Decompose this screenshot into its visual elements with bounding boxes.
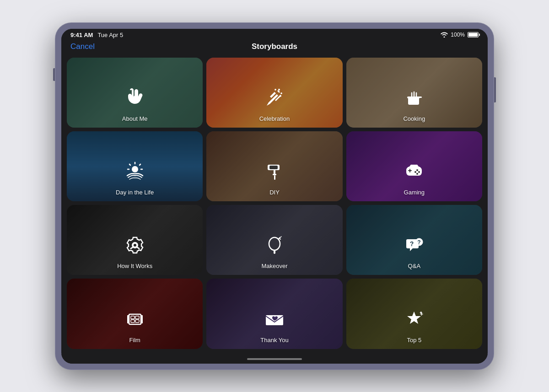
tablet-screen: 9:41 AM Tue Apr 5 100% Cancel Storyboard…	[61, 29, 488, 364]
qa-label: Q&A	[408, 263, 420, 269]
grid-item-celebration[interactable]: Celebration	[206, 58, 342, 128]
grid-item-thank-you[interactable]: Thank You	[206, 279, 342, 349]
day-life-label: Day in the Life	[116, 189, 154, 196]
power-button	[494, 77, 496, 102]
grid-item-qa[interactable]: ? ? Q&A	[346, 205, 482, 275]
battery-icon	[468, 32, 479, 38]
how-works-label: How It Works	[117, 263, 152, 269]
svg-text:?: ?	[418, 239, 421, 246]
mirror-icon	[263, 234, 286, 260]
envelope-heart-icon	[263, 308, 286, 334]
wifi-icon	[441, 32, 448, 38]
battery-fill	[468, 33, 478, 37]
svg-rect-29	[129, 314, 141, 324]
grid-item-diy[interactable]: DIY	[206, 131, 342, 201]
svg-line-11	[129, 164, 130, 165]
makeover-label: Makeover	[261, 263, 287, 269]
film-label: Film	[129, 337, 140, 344]
grid-item-about-me[interactable]: About Me	[67, 58, 203, 128]
nav-title: Storyboards	[252, 42, 297, 51]
gamepad-icon	[403, 160, 425, 186]
paint-roller-icon	[263, 160, 286, 186]
star-icon: + ✦	[403, 308, 425, 334]
gaming-label: Gaming	[404, 189, 425, 196]
status-bar: 9:41 AM Tue Apr 5 100%	[61, 29, 488, 40]
home-bar	[247, 358, 302, 360]
svg-line-9	[140, 164, 140, 165]
svg-rect-17	[274, 175, 275, 180]
cooking-icon	[403, 86, 425, 113]
storyboards-grid: About Me	[61, 55, 488, 354]
nav-bar: Cancel Storyboards	[61, 40, 488, 55]
svg-rect-31	[135, 316, 139, 319]
battery-percent: 100%	[451, 32, 465, 38]
svg-point-0	[278, 89, 280, 91]
svg-rect-34	[127, 315, 129, 323]
svg-text:?: ?	[410, 240, 414, 247]
svg-rect-15	[274, 170, 275, 174]
wave-icon	[124, 86, 146, 113]
sun-icon	[124, 160, 146, 186]
svg-rect-19	[408, 170, 412, 171]
grid-item-makeover[interactable]: Makeover	[206, 205, 342, 275]
top5-label: Top 5	[407, 337, 421, 344]
cancel-button[interactable]: Cancel	[70, 42, 95, 51]
volume-button	[53, 68, 55, 81]
svg-rect-33	[135, 320, 139, 322]
grid-item-day-life[interactable]: Day in the Life	[67, 131, 203, 201]
diy-label: DIY	[269, 189, 280, 196]
svg-rect-25	[274, 250, 275, 254]
grid-item-cooking[interactable]: Cooking	[346, 58, 482, 128]
svg-rect-6	[418, 97, 422, 98]
svg-point-21	[418, 171, 420, 173]
svg-text:✦: ✦	[419, 310, 423, 315]
svg-point-22	[414, 171, 416, 173]
svg-rect-35	[141, 315, 143, 323]
cooking-label: Cooking	[403, 115, 425, 122]
svg-rect-14	[269, 166, 278, 169]
qa-icon: ? ?	[403, 234, 425, 260]
status-time: 9:41 AM	[70, 32, 93, 38]
party-icon	[263, 86, 286, 113]
svg-rect-1	[408, 97, 419, 105]
svg-point-20	[416, 169, 418, 171]
grid-item-gaming[interactable]: Gaming	[346, 131, 482, 201]
celebration-label: Celebration	[259, 115, 290, 122]
gear-icon	[124, 234, 146, 260]
tablet-device: 9:41 AM Tue Apr 5 100% Cancel Storyboard…	[55, 22, 494, 370]
grid-item-how-works[interactable]: How It Works	[67, 205, 203, 275]
svg-rect-30	[131, 316, 135, 319]
thank-you-label: Thank You	[260, 337, 288, 344]
status-right: 100%	[441, 32, 479, 38]
grid-item-top5[interactable]: + ✦ Top 5	[346, 279, 482, 349]
home-indicator	[61, 354, 488, 364]
svg-point-23	[416, 173, 418, 175]
about-me-label: About Me	[122, 115, 148, 122]
svg-point-7	[132, 166, 138, 172]
grid-item-film[interactable]: Film	[67, 279, 203, 349]
status-left: 9:41 AM Tue Apr 5	[70, 32, 123, 38]
svg-rect-16	[273, 174, 276, 175]
film-icon	[124, 308, 146, 334]
svg-rect-32	[131, 320, 135, 322]
status-date: Tue Apr 5	[97, 32, 123, 38]
